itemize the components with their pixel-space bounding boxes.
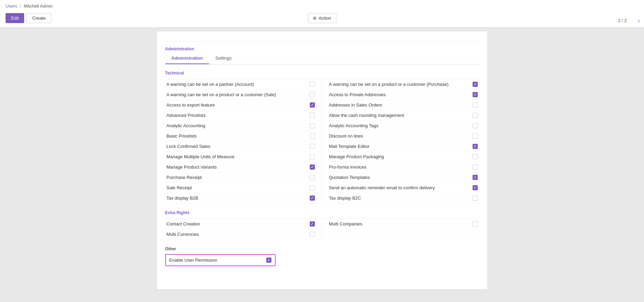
table-row: Addresses in Sales Orders xyxy=(322,100,479,110)
perm-label: A warning can be set on a product or a c… xyxy=(167,92,276,97)
technical-permissions-grid: A warning can be set on a partner (Accou… xyxy=(165,79,479,203)
perm-label: Multi Companies xyxy=(329,221,363,226)
perm-label: Multi Currencies xyxy=(167,232,199,237)
table-row: A warning can be set on a partner (Accou… xyxy=(165,79,322,90)
table-row: Basic Pricelists xyxy=(165,131,322,141)
perm-checkbox-checked[interactable]: ✓ xyxy=(473,175,478,180)
edit-button[interactable]: Edit xyxy=(6,13,24,23)
gear-icon: ⚙ xyxy=(313,16,317,21)
nav-arrow-button[interactable]: ‹ xyxy=(638,17,640,24)
enable-user-permission-label: Enable User Permission xyxy=(169,258,217,263)
perm-checkbox[interactable] xyxy=(310,82,315,87)
perm-checkbox[interactable] xyxy=(310,123,315,128)
table-row xyxy=(322,229,479,240)
table-row: Manage Product Variants ✓ xyxy=(165,162,322,172)
pagination: 2 / 2 xyxy=(618,18,627,23)
perm-checkbox-checked[interactable]: ✓ xyxy=(310,195,315,201)
perm-checkbox-checked[interactable]: ✓ xyxy=(473,185,478,190)
create-button[interactable]: Create xyxy=(26,13,51,23)
tab-settings[interactable]: Settings xyxy=(209,53,238,64)
action-button[interactable]: ⚙ Action xyxy=(308,13,336,23)
table-row: Purchase Receipt xyxy=(165,172,322,183)
table-row: Allow the cash rounding management xyxy=(322,110,479,121)
perm-label: Sale Receipt xyxy=(167,185,192,190)
perm-checkbox-checked[interactable]: ✓ xyxy=(473,82,478,87)
table-row: Send an automatic reminder email to conf… xyxy=(322,183,479,193)
perm-checkbox-checked[interactable]: ✓ xyxy=(310,102,315,108)
perm-label: Purchase Receipt xyxy=(167,175,202,180)
perm-checkbox[interactable] xyxy=(310,232,315,237)
table-row: Manage Product Packaging xyxy=(322,152,479,162)
perm-checkbox[interactable] xyxy=(473,123,478,128)
perm-label: Analytic Accounting Tags xyxy=(329,123,379,128)
table-row: Advanced Pricelists xyxy=(165,110,322,121)
perm-checkbox-checked[interactable]: ✓ xyxy=(473,144,478,149)
enable-user-permission-checkbox[interactable]: ✓ xyxy=(266,258,271,263)
perm-checkbox[interactable] xyxy=(473,154,478,159)
technical-section-label: Technical xyxy=(165,71,479,76)
breadcrumb-separator: / xyxy=(20,3,21,9)
perm-checkbox-checked[interactable]: ✓ xyxy=(310,164,315,170)
top-strip xyxy=(165,31,479,42)
table-row: Mail Template Editor ✓ xyxy=(322,141,479,152)
table-row: Pro-forma Invoices xyxy=(322,162,479,172)
perm-checkbox[interactable] xyxy=(473,113,478,118)
perm-checkbox[interactable] xyxy=(310,92,315,97)
table-row: Analytic Accounting Tags xyxy=(322,121,479,131)
tab-administration[interactable]: Administration xyxy=(165,53,209,64)
pagination-display: 2 / 2 xyxy=(618,18,627,23)
perm-label: Allow the cash rounding management xyxy=(329,113,404,118)
perm-checkbox[interactable] xyxy=(310,154,315,159)
breadcrumb-parent[interactable]: Users xyxy=(6,3,17,9)
perm-label: Addresses in Sales Orders xyxy=(329,102,383,108)
perm-label: Pro-forma Invoices xyxy=(329,164,367,170)
perm-label: A warning can be set on a product or a c… xyxy=(329,82,449,87)
perm-checkbox[interactable] xyxy=(473,195,478,201)
top-bar: Users / Mitchell Admin Edit Create ⚙ Act… xyxy=(0,0,644,28)
table-row: Contact Creation ✓ xyxy=(165,219,322,229)
breadcrumb-current: Mitchell Admin xyxy=(24,3,53,9)
action-area: ⚙ Action xyxy=(308,13,336,23)
perm-label: Manage Product Variants xyxy=(167,164,217,170)
perm-checkbox-checked[interactable]: ✓ xyxy=(473,92,478,97)
perm-checkbox[interactable] xyxy=(473,221,478,226)
perm-checkbox[interactable] xyxy=(310,113,315,118)
table-row: Multi Currencies xyxy=(165,229,322,240)
perm-label: Access to Private Addresses xyxy=(329,92,386,97)
table-row: Tax display B2C xyxy=(322,193,479,203)
perm-checkbox[interactable] xyxy=(310,185,315,190)
perm-checkbox[interactable] xyxy=(473,133,478,139)
perm-label: Mail Template Editor xyxy=(329,144,370,149)
perm-label: Send an automatic reminder email to conf… xyxy=(329,185,435,190)
perm-label: Basic Pricelists xyxy=(167,133,197,139)
table-row: Tax display B2B ✓ xyxy=(165,193,322,203)
perm-checkbox[interactable] xyxy=(310,133,315,139)
table-row: Manage Multiple Units of Measure xyxy=(165,152,322,162)
table-row: A warning can be set on a product or a c… xyxy=(165,90,322,100)
perm-label: Lock Confirmed Sales xyxy=(167,144,210,149)
perm-label: Discount on lines xyxy=(329,133,363,139)
perm-label: Advanced Pricelists xyxy=(167,113,206,118)
table-row: Discount on lines xyxy=(322,131,479,141)
administration-section-label: Administration xyxy=(165,47,479,51)
table-row: Access to Private Addresses ✓ xyxy=(322,90,479,100)
perm-checkbox[interactable] xyxy=(473,102,478,108)
table-row: Analytic Accounting xyxy=(165,121,322,131)
table-row: Access to export feature ✓ xyxy=(165,100,322,110)
perm-label: Contact Creation xyxy=(167,221,200,226)
perm-checkbox[interactable] xyxy=(310,175,315,180)
perm-label: Tax display B2C xyxy=(329,195,361,201)
toolbar: Edit Create xyxy=(6,13,51,23)
action-label: Action xyxy=(318,16,331,21)
perm-label: Analytic Accounting xyxy=(167,123,206,128)
perm-checkbox[interactable] xyxy=(310,144,315,149)
table-row: A warning can be set on a product or a c… xyxy=(322,79,479,90)
perm-checkbox-checked[interactable]: ✓ xyxy=(310,221,315,226)
extra-rights-section-label: Extra Rights xyxy=(165,210,479,215)
perm-label: Tax display B2B xyxy=(167,195,199,201)
tab-bar: Administration Settings xyxy=(165,53,479,64)
other-section-label: Other xyxy=(165,246,479,251)
perm-checkbox[interactable] xyxy=(473,164,478,170)
table-row: Quotation Templates ✓ xyxy=(322,172,479,183)
perm-label: Quotation Templates xyxy=(329,175,370,180)
